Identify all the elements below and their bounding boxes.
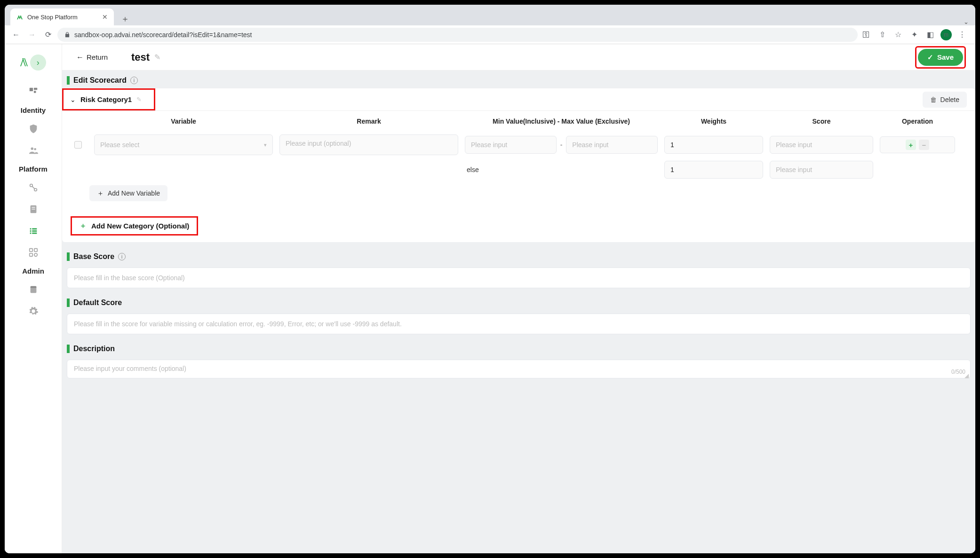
svg-rect-18 xyxy=(29,253,32,256)
chevron-down-icon: ▾ xyxy=(264,142,267,148)
description-char-count: 0/500 xyxy=(951,369,965,375)
sidebar-shield-icon[interactable] xyxy=(5,119,62,139)
sidebar-list-icon[interactable] xyxy=(5,221,62,241)
collapse-sidebar-button[interactable]: › xyxy=(30,55,46,71)
menu-icon[interactable]: ⋮ xyxy=(956,29,968,40)
col-score: Score xyxy=(770,118,873,125)
forward-button[interactable]: → xyxy=(25,28,39,41)
plus-icon: ＋ xyxy=(80,221,87,230)
check-icon: ✓ xyxy=(927,53,933,62)
save-button[interactable]: ✓ Save xyxy=(918,49,963,66)
tab-overflow-icon[interactable]: ⌄ xyxy=(964,18,969,25)
svg-point-19 xyxy=(34,253,37,256)
info-icon[interactable]: i xyxy=(118,253,126,260)
max-value-input[interactable]: Please input xyxy=(566,136,658,154)
trash-icon: 🗑 xyxy=(930,96,937,103)
close-tab-icon[interactable]: ✕ xyxy=(101,14,108,21)
category-name: Risk Category1 xyxy=(80,95,132,103)
default-score-input[interactable]: Please fill in the score for variable mi… xyxy=(67,314,971,334)
section-accent-bar xyxy=(67,76,70,85)
sidebar-dashboard-icon[interactable] xyxy=(5,82,62,102)
svg-rect-0 xyxy=(29,88,32,91)
base-score-heading: Base Score xyxy=(73,252,114,261)
svg-rect-8 xyxy=(32,207,35,207)
address-bar[interactable]: sandbox-oop.advai.net/scorecard/detail?i… xyxy=(57,28,858,42)
sidebar-storage-icon[interactable] xyxy=(5,280,62,299)
svg-rect-17 xyxy=(34,249,37,251)
profile-avatar[interactable]: m xyxy=(940,29,952,40)
svg-rect-9 xyxy=(32,209,35,209)
sidebar-group-platform: Platform xyxy=(5,162,62,176)
edit-title-icon[interactable]: ✎ xyxy=(154,53,160,62)
score-placeholder: Please input xyxy=(776,141,812,149)
browser-tab[interactable]: One Stop Platform ✕ xyxy=(10,8,114,25)
return-button[interactable]: ← Return xyxy=(72,50,112,64)
description-textarea[interactable]: Please input your comments (optional) 0/… xyxy=(67,360,971,378)
resize-handle-icon[interactable]: ◢ xyxy=(964,372,969,377)
add-variable-label: Add New Variable xyxy=(108,189,160,197)
base-score-placeholder: Please fill in the base score (Optional) xyxy=(74,274,185,282)
svg-rect-1 xyxy=(33,88,37,90)
star-icon[interactable]: ☆ xyxy=(892,29,904,40)
min-value-input[interactable]: Please input xyxy=(465,136,557,154)
else-label: else xyxy=(465,166,658,173)
col-operation: Operation xyxy=(880,118,955,125)
sidebar: /\\ › Identity Platform xyxy=(5,44,62,553)
variable-placeholder: Please select xyxy=(100,141,139,149)
new-tab-button[interactable]: ＋ xyxy=(119,12,132,25)
remove-row-button[interactable]: − xyxy=(919,140,929,150)
weight-input[interactable]: 1 xyxy=(664,136,763,154)
remark-input[interactable]: Please input (optional) xyxy=(279,134,458,155)
variable-select[interactable]: Please select ▾ xyxy=(94,134,273,155)
else-weight-value: 1 xyxy=(670,166,674,173)
reload-button[interactable]: ⟳ xyxy=(41,28,55,41)
plus-icon: ＋ xyxy=(97,189,104,198)
page-title: test xyxy=(131,51,150,63)
else-score-input[interactable]: Please input xyxy=(770,161,873,179)
remark-placeholder: Please input (optional) xyxy=(286,140,351,147)
svg-rect-15 xyxy=(32,233,37,234)
sidebar-nodes-icon[interactable] xyxy=(5,178,62,197)
delete-category-button[interactable]: 🗑 Delete xyxy=(923,92,967,108)
add-new-variable-button[interactable]: ＋ Add New Variable xyxy=(89,185,167,201)
share-icon[interactable]: ⇧ xyxy=(876,29,888,40)
base-score-input[interactable]: Please fill in the base score (Optional) xyxy=(67,267,971,288)
sidebar-apps-icon[interactable] xyxy=(5,243,62,262)
panel-icon[interactable]: ◧ xyxy=(924,29,936,40)
topbar: ← Return test ✎ ✓ Save xyxy=(62,44,975,71)
sidebar-gear-icon[interactable] xyxy=(5,301,62,321)
row-checkbox[interactable] xyxy=(74,141,82,149)
extensions-icon[interactable]: ✦ xyxy=(908,29,920,40)
col-weights: Weights xyxy=(664,118,763,125)
svg-rect-16 xyxy=(29,249,32,251)
add-category-label: Add New Category (Optional) xyxy=(91,222,189,230)
description-placeholder: Please input your comments (optional) xyxy=(74,365,186,372)
add-new-category-button[interactable]: ＋ Add New Category (Optional) xyxy=(71,216,198,236)
key-icon[interactable]: ⚿ xyxy=(860,29,872,40)
col-remark: Remark xyxy=(279,118,458,125)
weight-value: 1 xyxy=(670,141,674,149)
sidebar-users-icon[interactable] xyxy=(5,141,62,160)
description-heading: Description xyxy=(73,345,115,353)
sidebar-document-icon[interactable] xyxy=(5,199,62,219)
lock-icon xyxy=(64,31,71,38)
info-icon[interactable]: i xyxy=(130,77,138,84)
col-minmax: Min Value(Inclusive) - Max Value (Exclus… xyxy=(465,118,658,125)
svg-rect-12 xyxy=(30,230,31,232)
svg-point-4 xyxy=(34,148,36,150)
edit-category-icon[interactable]: ✎ xyxy=(136,96,142,103)
risk-category-toggle[interactable]: ⌄ Risk Category1 ✎ xyxy=(62,88,155,110)
save-label: Save xyxy=(937,53,954,61)
svg-rect-11 xyxy=(32,228,37,230)
sidebar-group-identity: Identity xyxy=(5,103,62,117)
else-weight-input[interactable]: 1 xyxy=(664,161,763,179)
section-accent-bar xyxy=(67,252,70,261)
add-row-button[interactable]: + xyxy=(906,140,916,150)
score-input[interactable]: Please input xyxy=(770,136,873,154)
section-accent-bar xyxy=(67,345,70,353)
tab-favicon xyxy=(16,13,24,21)
return-label: Return xyxy=(87,53,108,61)
svg-point-3 xyxy=(31,148,33,150)
min-placeholder: Please input xyxy=(471,141,507,149)
back-button[interactable]: ← xyxy=(9,28,23,41)
